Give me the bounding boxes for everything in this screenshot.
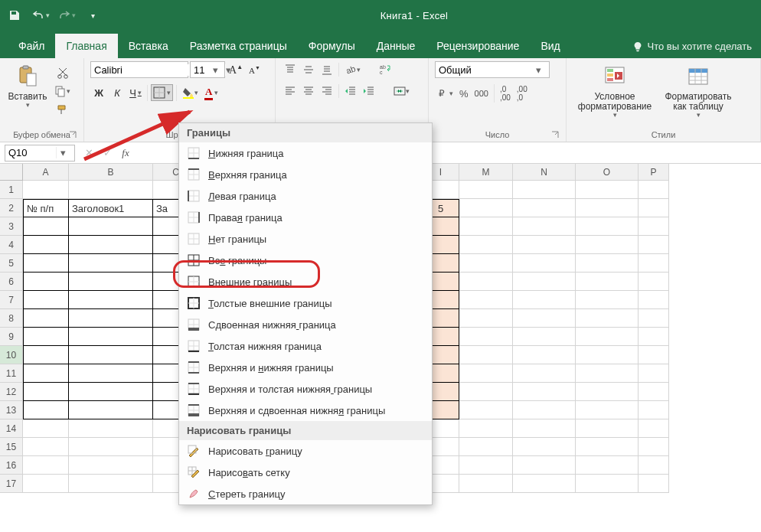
column-header[interactable]: B (69, 164, 153, 181)
cell[interactable] (576, 236, 639, 254)
menu-item-border-6[interactable]: Внешние границы (179, 271, 432, 292)
row-header[interactable]: 9 (0, 328, 23, 346)
italic-button[interactable]: К (109, 85, 126, 101)
cut-button[interactable] (52, 64, 73, 81)
row-header[interactable]: 13 (0, 401, 23, 419)
cell[interactable] (576, 199, 639, 217)
cell[interactable] (459, 456, 513, 475)
cell[interactable] (513, 291, 576, 309)
cell[interactable] (513, 364, 576, 383)
chevron-down-icon[interactable]: ▾ (532, 64, 544, 76)
row-header[interactable]: 3 (0, 217, 23, 236)
cell[interactable] (513, 217, 576, 236)
font-size-input[interactable] (191, 64, 209, 76)
row-header[interactable]: 5 (0, 254, 23, 273)
format-painter-button[interactable] (52, 101, 73, 118)
cell[interactable] (639, 419, 669, 438)
row-header[interactable]: 16 (0, 456, 23, 475)
menu-item-border-12[interactable]: Верхняя и сдвоенная нижняя границы (179, 400, 432, 421)
decrease-decimal-button[interactable]: ,00,0 (514, 83, 530, 104)
cell[interactable] (513, 401, 576, 419)
increase-font-button[interactable]: A▲ (227, 61, 245, 79)
redo-icon[interactable]: ▾ (57, 5, 77, 25)
font-name-combo[interactable]: ▾ (90, 61, 188, 78)
cell[interactable] (639, 291, 669, 309)
cell[interactable] (23, 291, 69, 309)
cell[interactable] (576, 456, 639, 475)
cell[interactable] (459, 383, 513, 401)
cell[interactable] (576, 401, 639, 419)
menu-item-border-3[interactable]: Правая граница (179, 207, 432, 228)
menu-item-border-4[interactable]: Нет границы (179, 228, 432, 250)
cell[interactable] (459, 364, 513, 383)
paste-button[interactable]: Вставить ▾ (6, 61, 49, 109)
chevron-down-icon[interactable]: ▾ (209, 64, 221, 76)
align-top-button[interactable] (282, 61, 299, 78)
cell[interactable] (459, 475, 513, 493)
cell[interactable] (23, 217, 69, 236)
cell[interactable] (576, 254, 639, 273)
cell[interactable] (576, 419, 639, 438)
cell[interactable] (513, 199, 576, 217)
cell[interactable] (513, 309, 576, 328)
menu-item-border-1[interactable]: Верхняя граница (179, 164, 432, 185)
cell[interactable] (23, 236, 69, 254)
row-header[interactable]: 8 (0, 309, 23, 328)
cell[interactable] (69, 346, 153, 364)
cell[interactable] (459, 346, 513, 364)
cell[interactable] (639, 438, 669, 456)
underline-button[interactable]: Ч▾ (127, 85, 144, 101)
chevron-down-icon[interactable]: ▾ (56, 147, 70, 158)
cell[interactable] (576, 328, 639, 346)
name-box[interactable]: ▾ (5, 145, 75, 162)
menu-item-border-9[interactable]: Толстая нижняя граница (179, 335, 432, 357)
menu-item-border-2[interactable]: Левая граница (179, 185, 432, 207)
merge-center-button[interactable]: ▾ (391, 83, 412, 100)
cell[interactable] (69, 364, 153, 383)
menu-item-draw-2[interactable]: Стереть границу (179, 483, 432, 504)
cell[interactable] (576, 309, 639, 328)
cell[interactable] (69, 456, 153, 475)
cell[interactable] (513, 475, 576, 493)
cell[interactable] (576, 181, 639, 199)
menu-item-border-0[interactable]: Нижняя граница (179, 142, 432, 164)
cell[interactable] (69, 438, 153, 456)
cell[interactable] (23, 438, 69, 456)
cell[interactable] (459, 236, 513, 254)
save-icon[interactable] (5, 5, 24, 25)
cell[interactable] (23, 364, 69, 383)
cell[interactable] (639, 273, 669, 291)
row-header[interactable]: 11 (0, 364, 23, 383)
column-header[interactable]: A (23, 164, 69, 181)
cell[interactable] (69, 291, 153, 309)
cell[interactable] (639, 309, 669, 328)
cell[interactable] (576, 438, 639, 456)
cell[interactable] (513, 328, 576, 346)
number-format-combo[interactable]: ▾ (435, 61, 550, 78)
cell[interactable] (513, 456, 576, 475)
insert-function-button[interactable]: fx (116, 145, 135, 162)
wrap-text-button[interactable]: abc (377, 61, 394, 78)
cell[interactable] (639, 217, 669, 236)
dialog-launcher-icon[interactable] (550, 130, 560, 139)
increase-indent-button[interactable] (361, 83, 377, 100)
cell[interactable] (639, 475, 669, 493)
cell[interactable] (69, 475, 153, 493)
column-header[interactable]: O (576, 164, 639, 181)
row-header[interactable]: 2 (0, 199, 23, 217)
accounting-format-button[interactable]: ₽▾ (435, 85, 456, 102)
cell[interactable] (69, 254, 153, 273)
cell[interactable] (23, 328, 69, 346)
cell[interactable] (459, 401, 513, 419)
row-header[interactable]: 10 (0, 346, 23, 364)
cancel-formula-button[interactable]: ✕ (80, 145, 98, 162)
dialog-launcher-icon[interactable] (68, 130, 77, 139)
row-header[interactable]: 15 (0, 438, 23, 456)
cell[interactable] (69, 217, 153, 236)
cell[interactable] (459, 181, 513, 199)
select-all-corner[interactable] (0, 164, 23, 181)
cell[interactable] (69, 383, 153, 401)
increase-decimal-button[interactable]: ,0,00 (498, 83, 513, 104)
align-left-button[interactable] (282, 83, 299, 100)
cell[interactable] (639, 181, 669, 199)
